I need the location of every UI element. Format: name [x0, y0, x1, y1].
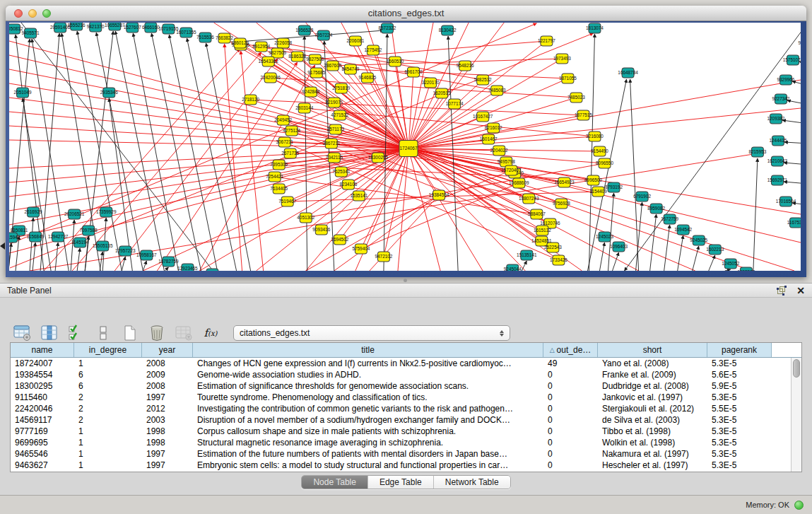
- float-panel-icon[interactable]: [777, 286, 787, 296]
- select-visible-columns-icon[interactable]: [66, 324, 86, 342]
- svg-text:1077174: 1077174: [446, 101, 464, 106]
- svg-text:8215953: 8215953: [748, 149, 766, 154]
- svg-text:2671735: 2671735: [281, 151, 299, 156]
- svg-text:1244415: 1244415: [769, 138, 787, 143]
- table-row[interactable]: 2242004622012Investigating the contribut…: [11, 403, 801, 414]
- vertical-scrollbar[interactable]: [791, 358, 801, 472]
- svg-text:8912954: 8912954: [252, 44, 270, 49]
- svg-text:16120746: 16120746: [540, 221, 560, 226]
- collapsed-panel-arrow-icon[interactable]: [0, 243, 5, 250]
- splitter-handle[interactable]: [404, 279, 407, 282]
- table-row[interactable]: 946554611997Estimation of the future num…: [11, 448, 801, 460]
- svg-text:1733426: 1733426: [550, 257, 567, 262]
- memory-status-icon[interactable]: [794, 501, 804, 510]
- table-row[interactable]: 1872400712008Changes of HCN gene express…: [11, 358, 801, 369]
- table-cell: 1998: [142, 426, 193, 437]
- svg-text:4051302: 4051302: [297, 215, 314, 220]
- table-cell: 22420046: [11, 403, 74, 414]
- column-header-title[interactable]: title: [193, 343, 543, 357]
- window-titlebar[interactable]: citations_edges.txt: [6, 6, 806, 21]
- table-cell: 9465546: [11, 448, 74, 460]
- table-cell: Embryonic stem cells: a model to study s…: [193, 460, 543, 471]
- table-cell: 1: [74, 448, 142, 460]
- table-row[interactable]: 1456911722003Disruption of a novel membe…: [11, 414, 801, 426]
- svg-text:2571173: 2571173: [327, 127, 345, 132]
- table-row[interactable]: 977716911998Corpus callosum shape and si…: [11, 426, 801, 437]
- table-row[interactable]: 1830029562008Estimation of significance …: [11, 380, 801, 392]
- table-cell: Stergiakouli et al. (2012): [598, 403, 707, 414]
- table-cell: 1: [74, 426, 142, 437]
- new-table-icon[interactable]: [120, 324, 140, 342]
- column-header-name[interactable]: name: [11, 343, 74, 357]
- table-cell: 1: [74, 460, 142, 471]
- svg-text:4275124: 4275124: [283, 128, 300, 133]
- svg-text:9245025: 9245025: [690, 238, 707, 243]
- svg-text:1694502: 1694502: [331, 237, 348, 242]
- table-cell: 0: [543, 448, 598, 460]
- column-header-short[interactable]: short: [598, 343, 707, 357]
- table-cell: Investigating the contribution of common…: [193, 403, 543, 414]
- table-cell: 0: [543, 426, 598, 437]
- table-cell: 14569117: [11, 414, 74, 426]
- svg-text:1601467: 1601467: [480, 136, 498, 141]
- table-cell: Estimation of significance thresholds fo…: [193, 380, 543, 392]
- table-cell: 2009: [142, 369, 193, 380]
- column-header-in_degree[interactable]: in_degree: [74, 343, 142, 357]
- svg-text:1620515: 1620515: [433, 90, 451, 95]
- svg-text:9548216: 9548216: [457, 63, 474, 68]
- svg-text:1535141: 1535141: [350, 193, 367, 198]
- table-cell: 9115460: [11, 392, 74, 403]
- tab-node-table[interactable]: Node Table: [302, 476, 368, 489]
- svg-text:2616929: 2616929: [25, 209, 42, 214]
- svg-text:9827508: 9827508: [306, 57, 324, 62]
- tab-network-table[interactable]: Network Table: [434, 476, 510, 489]
- table-cell: Corpus callosum shape and size in male p…: [193, 426, 543, 437]
- svg-text:1221797: 1221797: [538, 38, 555, 43]
- svg-text:7634405: 7634405: [270, 186, 288, 191]
- svg-text:2718120: 2718120: [242, 97, 259, 102]
- row-height-icon[interactable]: [93, 324, 113, 342]
- table-row[interactable]: 969969511998Structural magnetic resonanc…: [11, 437, 801, 448]
- svg-text:19384554: 19384554: [429, 192, 449, 197]
- scrollbar-thumb[interactable]: [793, 359, 800, 378]
- table-row[interactable]: 1938455462009Genome-wide association stu…: [11, 369, 801, 380]
- table-tabs: Node TableEdge TableNetwork Table: [0, 475, 812, 489]
- svg-text:3067211: 3067211: [276, 139, 293, 144]
- svg-text:2867608: 2867608: [324, 63, 341, 68]
- table-selector[interactable]: citations_edges.txt: [233, 325, 510, 341]
- function-builder-icon[interactable]: f(x): [201, 324, 220, 342]
- network-canvas[interactable]: 2050812940557120591406855521694213701065…: [9, 23, 801, 271]
- table-cell: 1: [74, 358, 142, 369]
- svg-text:7625341: 7625341: [332, 169, 350, 174]
- close-panel-icon[interactable]: ✕: [796, 286, 805, 296]
- svg-text:7097588: 7097588: [80, 228, 98, 233]
- svg-text:1672759: 1672759: [661, 216, 678, 221]
- column-header-pagerank[interactable]: pagerank: [707, 343, 772, 357]
- svg-text:5482532: 5482532: [474, 77, 492, 82]
- table-cell: Genome-wide association studies in ADHD.: [193, 369, 543, 380]
- tab-edge-table[interactable]: Edge Table: [368, 476, 434, 489]
- svg-text:7254421: 7254421: [266, 174, 283, 179]
- svg-text:9175685: 9175685: [307, 70, 325, 75]
- table-settings-icon[interactable]: [13, 324, 33, 342]
- table-selector-value: citations_edges.txt: [240, 328, 500, 338]
- table-cell: 5.3E-5: [707, 460, 772, 471]
- table-cell: 0: [543, 369, 598, 380]
- svg-text:9827509: 9827509: [269, 50, 286, 55]
- svg-text:9093416: 9093416: [312, 227, 330, 232]
- svg-text:2935346: 2935346: [100, 90, 118, 95]
- delete-table-icon[interactable]: [147, 324, 167, 342]
- column-header-out_de[interactable]: △out_de…: [543, 343, 598, 357]
- show-columns-icon[interactable]: [40, 324, 59, 342]
- svg-text:10655287: 10655287: [105, 23, 125, 28]
- column-header-year[interactable]: year: [142, 343, 193, 357]
- svg-text:2051049: 2051049: [14, 90, 32, 95]
- svg-text:1156849: 1156849: [27, 234, 45, 239]
- svg-text:9242848: 9242848: [302, 89, 319, 94]
- svg-text:3915942: 3915942: [9, 235, 20, 240]
- network-window: citations_edges.txt 20508129405571205914…: [6, 6, 806, 277]
- table-row[interactable]: 946362711997Embryonic stem cells: a mode…: [11, 460, 801, 471]
- table-row[interactable]: 911546021997Tourette syndrome. Phenomeno…: [11, 392, 801, 403]
- svg-text:5759404: 5759404: [352, 246, 370, 251]
- svg-text:1527607: 1527607: [124, 25, 141, 30]
